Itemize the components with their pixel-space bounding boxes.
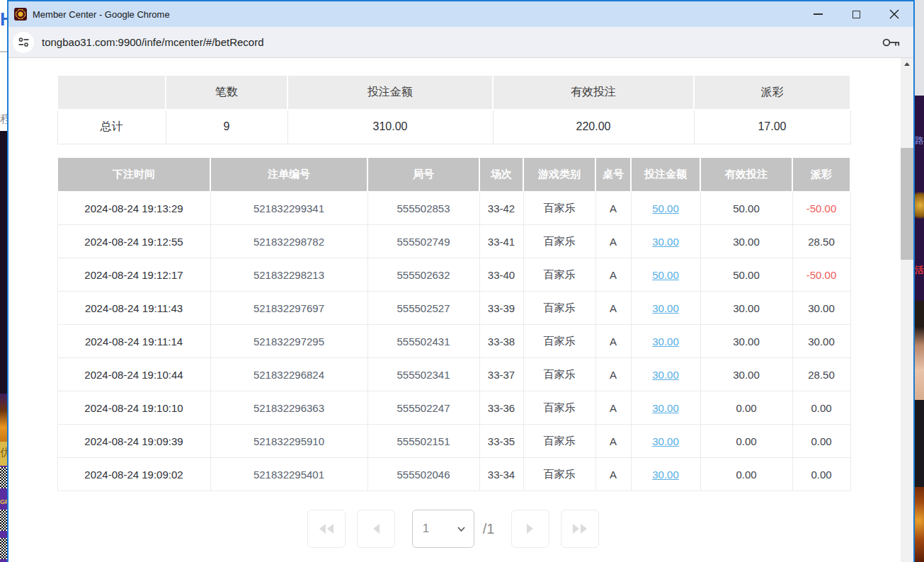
cell-session: 33-39: [479, 292, 523, 325]
cell-valid-bet: 30.00: [700, 225, 792, 258]
cell-time: 2024-08-24 19:12:55: [57, 225, 210, 258]
background-right-gray: [915, 0, 924, 96]
page-select-value: 1: [423, 522, 457, 536]
page-select[interactable]: 1: [412, 510, 474, 548]
cell-bet-id: 521832296363: [210, 391, 367, 425]
bet-table-row: 2024-08-24 19:12:55521832298782555502749…: [57, 225, 850, 258]
page-content: 笔数投注金额有效投注派彩 总计 9 310.00 220.00 17.00: [8, 58, 913, 562]
cell-payout: 30.00: [792, 292, 850, 325]
summary-table: 笔数投注金额有效投注派彩 总计 9 310.00 220.00 17.00: [57, 74, 851, 144]
bet-table-row: 2024-08-24 19:10:44521832296824555502341…: [57, 358, 850, 391]
minimize-button[interactable]: [799, 1, 837, 27]
window-titlebar: Member Center - Google Chrome: [8, 1, 913, 27]
bet-table-row: 2024-08-24 19:13:29521832299341555502853…: [57, 192, 850, 225]
next-page-button[interactable]: [511, 510, 549, 548]
cell-valid-bet: 30.00: [700, 325, 792, 358]
cell-bet-amount: 30.00: [631, 225, 700, 258]
cell-round-id: 555502151: [367, 425, 479, 458]
cell-payout: 0.00: [792, 425, 850, 458]
bet-table-header-cell: 下注时间: [57, 157, 210, 192]
background-left-gold-band: 优: [0, 442, 7, 466]
key-icon[interactable]: [882, 37, 901, 48]
cell-table-no: A: [595, 258, 631, 292]
close-button[interactable]: [875, 1, 913, 27]
chevron-down-icon: [457, 527, 465, 532]
cell-valid-bet: 0.00: [700, 391, 792, 425]
cell-round-id: 555502341: [367, 358, 479, 391]
cell-time: 2024-08-24 19:10:44: [57, 358, 210, 391]
summary-header-cell: 投注金额: [287, 75, 493, 110]
bet-table-header-cell: 注单编号: [210, 157, 367, 192]
bet-amount-link[interactable]: 30.00: [652, 369, 679, 381]
bet-table-body: 2024-08-24 19:13:29521832299341555502853…: [57, 192, 850, 491]
cell-payout: 28.50: [792, 225, 850, 258]
cell-game-type: 百家乐: [523, 292, 595, 325]
background-right-fire-image: [915, 487, 924, 562]
cell-bet-amount: 30.00: [631, 358, 700, 391]
first-page-button[interactable]: [307, 510, 346, 548]
cell-game-type: 百家乐: [523, 258, 595, 292]
cell-time: 2024-08-24 19:11:14: [57, 325, 210, 358]
bet-amount-link[interactable]: 30.00: [652, 435, 679, 447]
close-icon: [889, 9, 899, 19]
background-left-top: H: [0, 0, 7, 51]
bet-table-header-row: 下注时间注单编号局号场次游戏类别桌号投注金额有效投注派彩: [57, 157, 850, 192]
background-left-text-gf: GF: [0, 498, 7, 505]
address-bar: tongbao31.com:9900/infe/mcenter/#/betRec…: [8, 27, 913, 58]
cell-round-id: 555502046: [367, 458, 479, 491]
cell-valid-bet: 30.00: [700, 292, 792, 325]
background-left-dark-banner: [0, 131, 7, 394]
cell-round-id: 555502853: [367, 192, 479, 225]
bet-table-header-cell: 派彩: [792, 157, 850, 192]
cell-game-type: 百家乐: [523, 358, 595, 391]
bet-amount-link[interactable]: 30.00: [652, 469, 679, 481]
cell-payout: 28.50: [792, 358, 850, 391]
tune-icon: [18, 36, 30, 48]
background-left-promo-image: [0, 394, 7, 442]
cell-session: 33-42: [479, 192, 523, 225]
cell-valid-bet: 50.00: [700, 258, 792, 292]
last-page-button[interactable]: [561, 510, 599, 548]
url-field[interactable]: tongbao31.com:9900/infe/mcenter/#/betRec…: [42, 36, 882, 48]
cell-bet-id: 521832297697: [210, 292, 367, 325]
bet-amount-link[interactable]: 30.00: [652, 302, 679, 314]
background-left-white: 程: [0, 52, 7, 131]
cell-round-id: 555502749: [367, 225, 479, 258]
summary-total-row: 总计 9 310.00 220.00 17.00: [57, 110, 850, 144]
bet-amount-link[interactable]: 30.00: [652, 236, 679, 248]
previous-page-button[interactable]: [357, 510, 395, 548]
summary-total-valid-bet: 220.00: [493, 110, 694, 144]
background-left-text-cheng: 程: [0, 112, 7, 127]
background-right-text-lu: 路: [915, 134, 924, 147]
cell-bet-amount: 30.00: [631, 425, 700, 458]
background-right-text-huo: 活: [915, 264, 924, 277]
cell-bet-id: 521832296824: [210, 358, 367, 391]
minimize-icon: [814, 13, 823, 15]
bet-table-header-cell: 游戏类别: [523, 157, 595, 192]
bet-amount-link[interactable]: 50.00: [652, 269, 679, 281]
bet-amount-link[interactable]: 30.00: [652, 336, 679, 348]
double-right-arrow-icon: [572, 523, 588, 534]
right-arrow-icon: [526, 523, 535, 534]
summary-total-bet-amount: 310.00: [287, 110, 493, 144]
cell-bet-id: 521832295910: [210, 425, 367, 458]
cell-valid-bet: 0.00: [700, 458, 792, 491]
cell-bet-id: 521832299341: [210, 192, 367, 225]
cell-game-type: 百家乐: [523, 391, 595, 425]
site-info-button[interactable]: [13, 32, 34, 53]
bet-table-header-cell: 桌号: [595, 157, 631, 192]
scrollbar-up-button[interactable]: [901, 58, 913, 70]
bet-amount-link[interactable]: 30.00: [652, 402, 679, 414]
bet-table-row: 2024-08-24 19:10:10521832296363555502247…: [57, 391, 850, 425]
summary-total-label: 总计: [57, 110, 166, 144]
maximize-button[interactable]: [837, 1, 875, 27]
bet-amount-link[interactable]: 50.00: [652, 202, 679, 214]
cell-time: 2024-08-24 19:11:43: [57, 292, 210, 325]
scrollbar-thumb[interactable]: [901, 148, 913, 260]
cell-game-type: 百家乐: [523, 325, 595, 358]
cell-session: 33-37: [479, 358, 523, 391]
summary-header-cell: 有效投注: [493, 75, 694, 110]
summary-header-cell: 笔数: [166, 75, 287, 110]
vertical-scrollbar[interactable]: [901, 58, 913, 562]
cell-valid-bet: 30.00: [700, 358, 792, 391]
